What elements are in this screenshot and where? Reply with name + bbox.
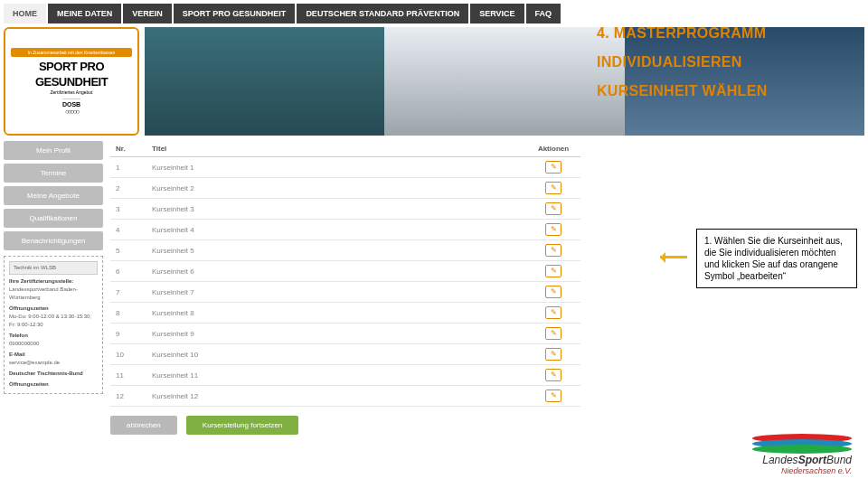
row-title: Kurseinheit 1	[146, 157, 526, 178]
col-nr: Nr.	[110, 141, 146, 157]
slide-line-2: INDIVIDUALISIEREN	[597, 54, 768, 70]
nav-tab-5[interactable]: SERVICE	[470, 4, 524, 23]
sidebar-item-2[interactable]: Meine Angebote	[4, 186, 103, 205]
nav-tab-3[interactable]: SPORT PRO GESUNDHEIT	[174, 4, 296, 23]
row-actions: ✎	[526, 386, 580, 407]
edit-icon[interactable]: ✎	[545, 369, 561, 381]
certification-info-box: Technik im WLSB Ihre Zertifizierungsstel…	[4, 256, 103, 394]
top-nav: HOMEMEINE DATENVEREINSPORT PRO GESUNDHEI…	[0, 0, 868, 27]
nav-tab-4[interactable]: DEUTSCHER STANDARD PRÄVENTION	[297, 4, 468, 23]
logo-title-1: SPORT PRO	[39, 61, 104, 72]
edit-icon[interactable]: ✎	[545, 223, 561, 236]
edit-icon[interactable]: ✎	[545, 244, 561, 257]
cert-email-label: E-Mail	[9, 351, 98, 359]
row-actions: ✎	[526, 324, 580, 344]
row-title: Kurseinheit 9	[146, 324, 526, 344]
table-row: 12Kurseinheit 12✎	[110, 386, 580, 407]
table-row: 7Kurseinheit 7✎	[110, 282, 580, 303]
row-title: Kurseinheit 12	[146, 386, 526, 407]
row-nr: 5	[110, 240, 146, 261]
table-row: 3Kurseinheit 3✎	[110, 199, 580, 220]
row-actions: ✎	[526, 261, 580, 282]
row-actions: ✎	[526, 157, 580, 178]
row-nr: 7	[110, 282, 146, 303]
row-nr: 9	[110, 324, 146, 344]
col-title: Titel	[146, 141, 526, 157]
row-actions: ✎	[526, 220, 580, 240]
edit-icon[interactable]: ✎	[545, 265, 561, 277]
footer-buttons: abbrechen Kurserstellung fortsetzen	[110, 416, 580, 435]
row-title: Kurseinheit 6	[146, 261, 526, 282]
hero-image-running	[384, 27, 624, 136]
row-title: Kurseinheit 4	[146, 220, 526, 240]
cert-org2: Deutscher Tischtennis-Bund	[9, 370, 98, 378]
row-actions: ✎	[526, 344, 580, 365]
row-nr: 4	[110, 220, 146, 240]
cert-hours-label: Öffnungszeiten	[9, 305, 98, 313]
row-nr: 8	[110, 303, 146, 324]
row-nr: 11	[110, 365, 146, 386]
table-row: 2Kurseinheit 2✎	[110, 178, 580, 199]
row-title: Kurseinheit 7	[146, 282, 526, 303]
olympic-rings-icon: ○○○○○	[65, 108, 78, 116]
table-row: 4Kurseinheit 4✎	[110, 220, 580, 240]
row-actions: ✎	[526, 282, 580, 303]
nav-tab-2[interactable]: VEREIN	[123, 4, 172, 23]
course-units-table: Nr. Titel Aktionen 1Kurseinheit 1✎2Kurse…	[110, 141, 580, 407]
row-nr: 10	[110, 344, 146, 365]
table-row: 8Kurseinheit 8✎	[110, 303, 580, 324]
row-actions: ✎	[526, 365, 580, 386]
row-nr: 1	[110, 157, 146, 178]
slide-heading: 4. MASTERPROGRAMM INDIVIDUALISIEREN KURS…	[597, 25, 768, 112]
slide-line-3: KURSEINHEIT WÄHLEN	[597, 83, 768, 99]
instruction-callout: 1. Wählen Sie die Kurseinheit aus, die S…	[696, 229, 857, 288]
table-row: 6Kurseinheit 6✎	[110, 261, 580, 282]
row-title: Kurseinheit 3	[146, 199, 526, 220]
lsb-swoosh-icon	[752, 434, 852, 454]
edit-icon[interactable]: ✎	[545, 182, 561, 194]
edit-icon[interactable]: ✎	[545, 389, 561, 402]
cert-heading: Ihre Zertifizierungsstelle:	[9, 277, 98, 286]
row-actions: ✎	[526, 303, 580, 324]
logo-title-2: GESUNDHEIT	[35, 76, 108, 88]
sidebar-item-3[interactable]: Qualifikationen	[4, 209, 103, 228]
lsb-line2: Niedersachsen e.V.	[752, 466, 852, 475]
table-row: 1Kurseinheit 1✎	[110, 157, 580, 178]
sidebar-item-1[interactable]: Termine	[4, 164, 103, 183]
nav-tab-6[interactable]: FAQ	[526, 4, 561, 23]
dosb-label: DOSB	[62, 99, 80, 108]
row-actions: ✎	[526, 178, 580, 199]
edit-icon[interactable]: ✎	[545, 202, 561, 215]
row-title: Kurseinheit 8	[146, 303, 526, 324]
nav-tab-0[interactable]: HOME	[4, 4, 46, 23]
nav-tab-1[interactable]: MEINE DATEN	[48, 4, 121, 23]
edit-icon[interactable]: ✎	[545, 286, 561, 298]
cert-hours: Mo-Do: 9:00-12:00 & 13:30-15:30; Fr: 9:0…	[9, 313, 98, 329]
row-title: Kurseinheit 5	[146, 240, 526, 261]
row-nr: 12	[110, 386, 146, 407]
edit-icon[interactable]: ✎	[545, 327, 561, 340]
row-nr: 6	[110, 261, 146, 282]
sidebar-item-0[interactable]: Mein Profil	[4, 141, 103, 160]
sidebar-item-4[interactable]: Benachrichtigungen	[4, 231, 103, 250]
edit-icon[interactable]: ✎	[545, 348, 561, 361]
hero-image-swimming	[145, 27, 384, 136]
slide-line-1: 4. MASTERPROGRAMM	[597, 25, 768, 42]
cert-phone-label: Telefon	[9, 332, 98, 340]
row-title: Kurseinheit 10	[146, 344, 526, 365]
cancel-button[interactable]: abbrechen	[110, 416, 177, 435]
cert-dropdown[interactable]: Technik im WLSB	[9, 261, 98, 275]
edit-icon[interactable]: ✎	[545, 161, 561, 174]
table-row: 10Kurseinheit 10✎	[110, 344, 580, 365]
table-row: 11Kurseinheit 11✎	[110, 365, 580, 386]
row-title: Kurseinheit 11	[146, 365, 526, 386]
edit-icon[interactable]: ✎	[545, 306, 561, 319]
callout-arrow-icon	[660, 253, 696, 264]
cert-org: Landessportverband Baden-Württemberg	[9, 286, 98, 302]
sport-pro-gesundheit-logo: In Zusammenarbeit mit den Krankenkassen …	[4, 27, 139, 136]
row-nr: 2	[110, 178, 146, 199]
continue-button[interactable]: Kurserstellung fortsetzen	[186, 416, 299, 435]
logo-strip: In Zusammenarbeit mit den Krankenkassen	[11, 48, 132, 57]
row-title: Kurseinheit 2	[146, 178, 526, 199]
sidebar: Mein ProfilTermineMeine AngeboteQualifik…	[4, 141, 103, 435]
